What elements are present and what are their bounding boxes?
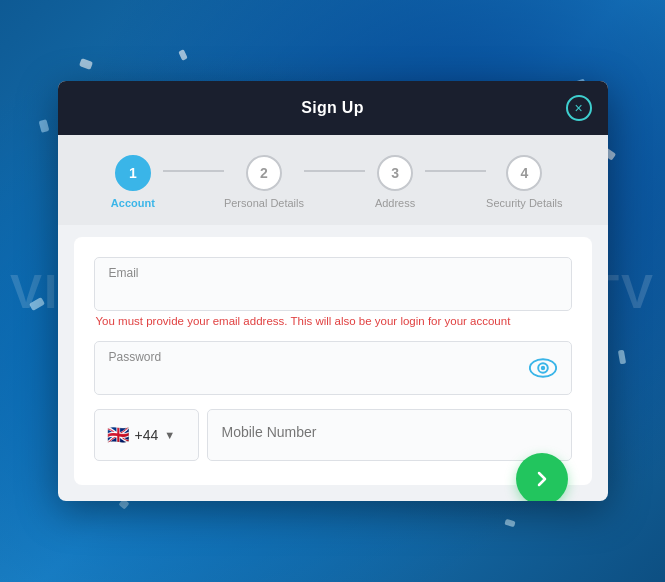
- step-3-circle: 3: [377, 155, 413, 191]
- step-line-1-2: [163, 170, 224, 172]
- email-input[interactable]: [95, 282, 571, 310]
- mobile-input-wrapper: [207, 409, 572, 461]
- step-3[interactable]: 3 Address: [365, 155, 426, 209]
- password-input[interactable]: [95, 366, 571, 394]
- step-2[interactable]: 2 Personal Details: [224, 155, 304, 209]
- form-section: Email You must provide your email addres…: [74, 237, 592, 485]
- step-line-2-3: [304, 170, 365, 172]
- step-1[interactable]: 1 Account: [103, 155, 164, 209]
- email-input-wrapper: Email: [94, 257, 572, 311]
- step-2-label: Personal Details: [224, 197, 304, 209]
- step-1-circle: 1: [115, 155, 151, 191]
- password-label: Password: [95, 342, 571, 366]
- password-input-wrapper: Password: [94, 341, 572, 395]
- stepper-section: 1 Account 2 Personal Details 3 Ad: [58, 135, 608, 225]
- close-button[interactable]: ×: [566, 95, 592, 121]
- step-line-3-4: [425, 170, 486, 172]
- step-1-label: Account: [111, 197, 155, 209]
- chevron-down-icon: ▼: [164, 429, 175, 441]
- stepper: 1 Account 2 Personal Details 3 Ad: [103, 155, 563, 209]
- country-selector[interactable]: 🇬🇧 +44 ▼: [94, 409, 199, 461]
- mobile-input[interactable]: [208, 410, 571, 454]
- phone-row: 🇬🇧 +44 ▼: [94, 409, 572, 461]
- next-button[interactable]: [516, 453, 568, 501]
- modal-header: Sign Up ×: [58, 81, 608, 135]
- step-3-label: Address: [375, 197, 415, 209]
- step-2-circle: 2: [246, 155, 282, 191]
- chevron-right-icon: [532, 469, 552, 489]
- email-group: Email You must provide your email addres…: [94, 257, 572, 327]
- step-4-circle: 4: [506, 155, 542, 191]
- signup-modal: Sign Up × 1 Account 2 Personal Details: [58, 81, 608, 501]
- modal-title: Sign Up: [301, 99, 364, 117]
- step-4[interactable]: 4 Security Details: [486, 155, 562, 209]
- svg-point-2: [540, 366, 544, 370]
- country-code: +44: [135, 427, 159, 443]
- step-4-label: Security Details: [486, 197, 562, 209]
- email-error: You must provide your email address. Thi…: [96, 315, 570, 327]
- email-label: Email: [95, 258, 571, 282]
- password-toggle-icon[interactable]: [529, 358, 557, 378]
- flag-icon: 🇬🇧: [107, 426, 129, 444]
- modal-overlay: Sign Up × 1 Account 2 Personal Details: [58, 81, 608, 501]
- password-group: Password: [94, 341, 572, 395]
